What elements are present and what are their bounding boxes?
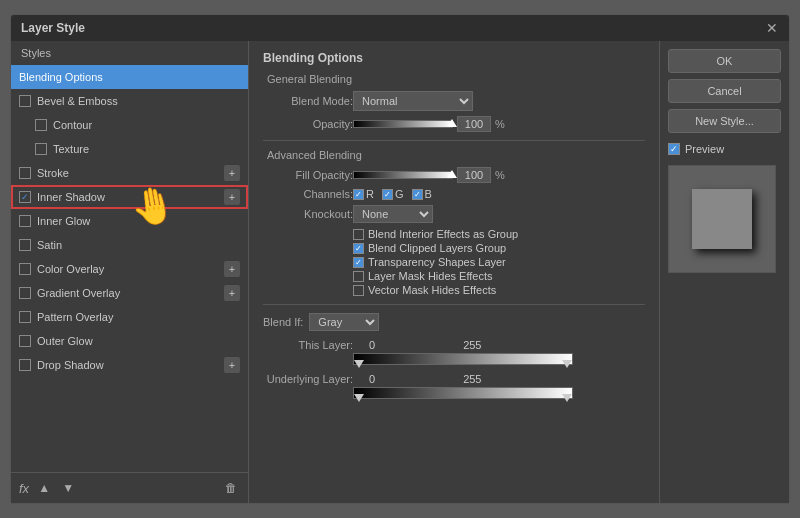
preview-inner-rect	[692, 189, 752, 249]
dialog-title: Layer Style	[21, 21, 85, 35]
fill-opacity-thumb[interactable]	[447, 170, 457, 178]
vector-mask-checkbox[interactable]	[353, 285, 364, 296]
underlying-max: 255	[463, 373, 481, 385]
general-blending-subtitle: General Blending	[267, 73, 645, 85]
drop-shadow-checkbox[interactable]	[19, 359, 31, 371]
satin-checkbox[interactable]	[19, 239, 31, 251]
preview-row: ✓ Preview	[668, 143, 781, 155]
blend-if-select[interactable]: Gray	[309, 313, 379, 331]
sidebar-item-pattern-overlay[interactable]: Pattern Overlay	[11, 305, 248, 329]
this-layer-thumb-right[interactable]	[562, 360, 572, 368]
sidebar-item-stroke[interactable]: Stroke +	[11, 161, 248, 185]
fill-opacity-slider-track[interactable]	[353, 171, 453, 179]
sidebar-item-drop-shadow[interactable]: Drop Shadow +	[11, 353, 248, 377]
this-layer-slider[interactable]	[353, 353, 573, 365]
blend-if-row: Blend If: Gray	[263, 313, 645, 331]
this-layer-min: 0	[369, 339, 375, 351]
new-style-button[interactable]: New Style...	[668, 109, 781, 133]
blend-mode-label: Blend Mode:	[263, 95, 353, 107]
inner-shadow-checkbox[interactable]: ✓	[19, 191, 31, 203]
underlying-thumb-left[interactable]	[354, 394, 364, 402]
sidebar-item-label: Gradient Overlay	[37, 287, 224, 299]
fill-opacity-label: Fill Opacity:	[263, 169, 353, 181]
sidebar-item-blending-options[interactable]: Blending Options	[11, 65, 248, 89]
delete-button[interactable]: 🗑	[222, 479, 240, 497]
layer-mask-row: Layer Mask Hides Effects	[353, 270, 645, 282]
opacity-pct: %	[495, 118, 505, 130]
bevel-emboss-checkbox[interactable]	[19, 95, 31, 107]
sidebar-item-gradient-overlay[interactable]: Gradient Overlay +	[11, 281, 248, 305]
fill-opacity-input[interactable]	[457, 167, 491, 183]
channel-r-checkbox[interactable]: ✓	[353, 189, 364, 200]
channel-g-checkbox[interactable]: ✓	[382, 189, 393, 200]
color-overlay-checkbox[interactable]	[19, 263, 31, 275]
opacity-slider-track[interactable]	[353, 120, 453, 128]
move-up-button[interactable]: ▲	[35, 479, 53, 497]
vector-mask-label: Vector Mask Hides Effects	[368, 284, 496, 296]
left-list: Blending Options Bevel & Emboss Contour …	[11, 65, 248, 472]
sidebar-item-inner-glow[interactable]: Inner Glow	[11, 209, 248, 233]
pattern-overlay-checkbox[interactable]	[19, 311, 31, 323]
this-layer-thumb-left[interactable]	[354, 360, 364, 368]
cancel-button[interactable]: Cancel	[668, 79, 781, 103]
sidebar-item-inner-shadow[interactable]: ✓ Inner Shadow +	[11, 185, 248, 209]
gradient-overlay-checkbox[interactable]	[19, 287, 31, 299]
sidebar-item-label: Stroke	[37, 167, 224, 179]
blend-clipped-checkbox[interactable]: ✓	[353, 243, 364, 254]
underlying-min: 0	[369, 373, 375, 385]
stroke-checkbox[interactable]	[19, 167, 31, 179]
transparency-shapes-checkbox[interactable]: ✓	[353, 257, 364, 268]
fx-label: fx	[19, 481, 29, 496]
channel-b-checkbox[interactable]: ✓	[412, 189, 423, 200]
blend-interior-checkbox[interactable]	[353, 229, 364, 240]
transparency-shapes-label: Transparency Shapes Layer	[368, 256, 506, 268]
sidebar-item-label: Texture	[53, 143, 240, 155]
layer-mask-checkbox[interactable]	[353, 271, 364, 282]
close-button[interactable]: ✕	[765, 21, 779, 35]
vector-mask-row: Vector Mask Hides Effects	[353, 284, 645, 296]
inner-glow-checkbox[interactable]	[19, 215, 31, 227]
color-overlay-add-button[interactable]: +	[224, 261, 240, 277]
blending-options-title: Blending Options	[263, 51, 645, 65]
sidebar-item-outer-glow[interactable]: Outer Glow	[11, 329, 248, 353]
opacity-row: Opacity: %	[263, 116, 645, 132]
sidebar-item-texture[interactable]: Texture	[11, 137, 248, 161]
knockout-select[interactable]: None	[353, 205, 433, 223]
opacity-slider-row: %	[353, 116, 505, 132]
knockout-row: Knockout: None	[263, 205, 645, 223]
contour-checkbox[interactable]	[35, 119, 47, 131]
blend-interior-row: Blend Interior Effects as Group	[353, 228, 645, 240]
blend-if-label: Blend If:	[263, 316, 303, 328]
blend-clipped-row: ✓ Blend Clipped Layers Group	[353, 242, 645, 254]
sidebar-item-contour[interactable]: Contour	[11, 113, 248, 137]
gradient-overlay-add-button[interactable]: +	[224, 285, 240, 301]
sidebar-item-color-overlay[interactable]: Color Overlay +	[11, 257, 248, 281]
styles-header: Styles	[11, 41, 248, 65]
sidebar-item-satin[interactable]: Satin	[11, 233, 248, 257]
sidebar-item-label: Outer Glow	[37, 335, 240, 347]
opacity-thumb[interactable]	[447, 119, 457, 127]
underlying-layer-slider-wrap	[353, 387, 645, 399]
stroke-add-button[interactable]: +	[224, 165, 240, 181]
opacity-input[interactable]	[457, 116, 491, 132]
channel-r: ✓ R	[353, 188, 374, 200]
move-down-button[interactable]: ▼	[59, 479, 77, 497]
inner-shadow-add-button[interactable]: +	[224, 189, 240, 205]
transparency-shapes-row: ✓ Transparency Shapes Layer	[353, 256, 645, 268]
texture-checkbox[interactable]	[35, 143, 47, 155]
underlying-layer-slider[interactable]	[353, 387, 573, 399]
preview-checkbox[interactable]: ✓	[668, 143, 680, 155]
outer-glow-checkbox[interactable]	[19, 335, 31, 347]
underlying-thumb-right[interactable]	[562, 394, 572, 402]
sidebar-item-bevel-emboss[interactable]: Bevel & Emboss	[11, 89, 248, 113]
blend-mode-select[interactable]: Normal	[353, 91, 473, 111]
preview-canvas	[668, 165, 776, 273]
drop-shadow-add-button[interactable]: +	[224, 357, 240, 373]
sidebar-item-label: Drop Shadow	[37, 359, 224, 371]
ok-button[interactable]: OK	[668, 49, 781, 73]
sidebar-item-label: Inner Glow	[37, 215, 240, 227]
layer-mask-label: Layer Mask Hides Effects	[368, 270, 493, 282]
blend-interior-label: Blend Interior Effects as Group	[368, 228, 518, 240]
channel-r-label: R	[366, 188, 374, 200]
fill-opacity-row: Fill Opacity: %	[263, 167, 645, 183]
